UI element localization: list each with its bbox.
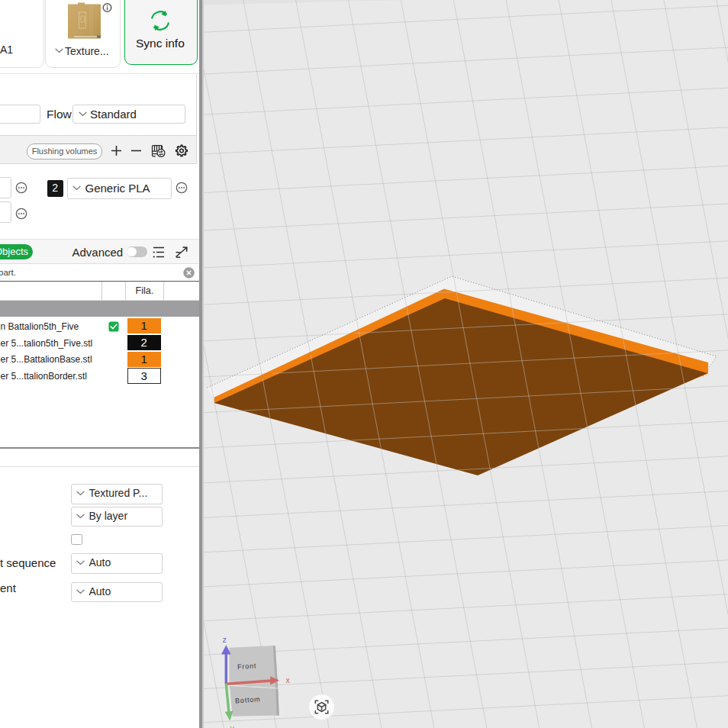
svg-text:z: z — [223, 635, 227, 644]
svg-text:y: y — [230, 723, 235, 728]
svg-text:Front: Front — [237, 662, 257, 671]
svg-text:x: x — [286, 675, 291, 685]
